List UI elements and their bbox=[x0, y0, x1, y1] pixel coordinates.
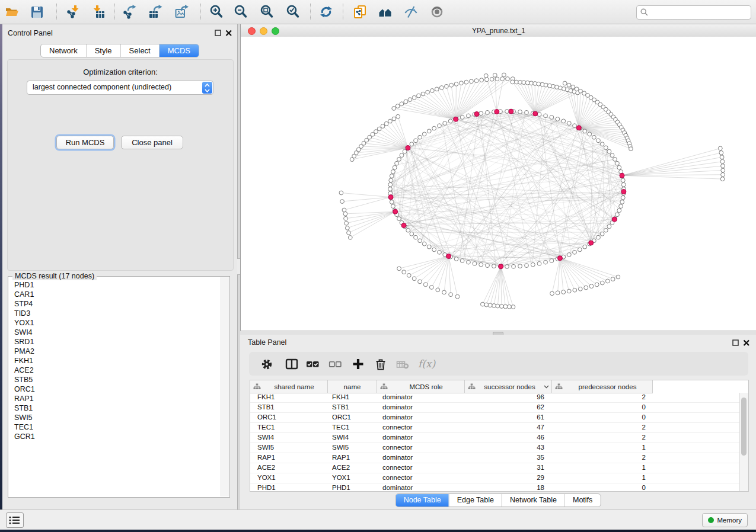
column-header-successor-nodes[interactable]: successor nodes bbox=[465, 380, 552, 393]
network-node[interactable] bbox=[720, 177, 725, 181]
close-panel-icon[interactable] bbox=[225, 28, 232, 36]
table-cell[interactable]: SWI4 bbox=[250, 433, 328, 443]
table-cell[interactable]: ORC1 bbox=[250, 413, 328, 422]
network-node[interactable] bbox=[390, 174, 394, 178]
run-mcds-button[interactable]: Run MCDS bbox=[56, 136, 114, 149]
table-cell[interactable]: 2 bbox=[552, 453, 653, 463]
table-row[interactable]: SWI5SWI5connector431 bbox=[250, 443, 740, 453]
open-file-icon[interactable] bbox=[4, 4, 20, 20]
column-header-MCDS-role[interactable]: MCDS role bbox=[377, 380, 465, 393]
network-node[interactable] bbox=[417, 94, 421, 98]
network-node[interactable] bbox=[600, 281, 604, 285]
mcds-node[interactable] bbox=[454, 117, 458, 121]
network-node[interactable] bbox=[427, 245, 431, 249]
network-node[interactable] bbox=[485, 78, 489, 82]
network-node[interactable] bbox=[374, 130, 378, 134]
mcds-result-item[interactable]: SWI5 bbox=[10, 413, 220, 422]
save-icon[interactable] bbox=[29, 4, 44, 20]
network-node[interactable] bbox=[620, 200, 624, 204]
network-node[interactable] bbox=[464, 80, 468, 84]
mcds-result-item[interactable]: STB5 bbox=[10, 375, 220, 384]
network-node[interactable] bbox=[571, 85, 575, 89]
deselect-all-icon[interactable] bbox=[328, 357, 342, 371]
table-cell[interactable]: ORC1 bbox=[328, 413, 377, 422]
network-node[interactable] bbox=[460, 259, 464, 263]
table-cell[interactable]: 1 bbox=[552, 443, 653, 453]
tab-node-table[interactable]: Node Table bbox=[396, 494, 449, 507]
network-node[interactable] bbox=[392, 107, 396, 111]
select-all-icon[interactable] bbox=[305, 357, 320, 371]
mcds-result-item[interactable]: GCR1 bbox=[10, 432, 220, 441]
mcds-result-item[interactable]: TEC1 bbox=[10, 422, 220, 432]
network-node[interactable] bbox=[567, 253, 571, 257]
table-row[interactable]: ORC1ORC1dominator610 bbox=[250, 413, 740, 423]
network-node[interactable] bbox=[518, 110, 522, 114]
close-panel-button[interactable]: Close panel bbox=[121, 136, 183, 149]
table-cell[interactable]: connector bbox=[377, 473, 465, 483]
zoom-in-icon[interactable] bbox=[209, 4, 224, 20]
destroy-table-icon[interactable] bbox=[395, 357, 410, 371]
split-view-icon[interactable] bbox=[285, 357, 299, 371]
network-node[interactable] bbox=[537, 261, 541, 265]
network-node[interactable] bbox=[611, 277, 615, 281]
network-node[interactable] bbox=[562, 119, 566, 123]
mcds-node[interactable] bbox=[612, 217, 617, 222]
network-node[interactable] bbox=[414, 139, 418, 143]
memory-button[interactable]: Memory bbox=[702, 513, 748, 527]
table-cell[interactable]: FKH1 bbox=[328, 393, 377, 402]
network-node[interactable] bbox=[533, 82, 537, 86]
table-cell[interactable]: 29 bbox=[465, 473, 552, 483]
network-node[interactable] bbox=[605, 279, 610, 283]
table-cell[interactable]: 35 bbox=[465, 453, 552, 463]
table-cell[interactable]: 1 bbox=[552, 463, 653, 473]
network-node[interactable] bbox=[342, 208, 346, 212]
table-cell[interactable]: dominator bbox=[377, 453, 465, 463]
network-node[interactable] bbox=[484, 73, 488, 78]
mcds-node[interactable] bbox=[393, 209, 398, 214]
network-node[interactable] bbox=[511, 305, 515, 309]
network-node[interactable] bbox=[443, 121, 447, 126]
network-node[interactable] bbox=[567, 121, 571, 126]
network-node[interactable] bbox=[604, 146, 608, 150]
network-node[interactable] bbox=[613, 157, 617, 161]
network-node[interactable] bbox=[502, 73, 506, 77]
network-node[interactable] bbox=[508, 305, 512, 309]
network-node[interactable] bbox=[436, 288, 440, 292]
network-node[interactable] bbox=[400, 102, 404, 106]
network-node[interactable] bbox=[410, 142, 414, 146]
network-node[interactable] bbox=[556, 291, 560, 295]
table-row[interactable]: PHD1PHD1dominator180 bbox=[250, 483, 740, 491]
network-node[interactable] bbox=[412, 277, 416, 281]
network-window-titlebar[interactable]: YPA_prune.txt_1 bbox=[241, 24, 756, 37]
network-node[interactable] bbox=[348, 236, 352, 240]
table-cell[interactable]: 46 bbox=[465, 433, 552, 443]
home-icon[interactable] bbox=[378, 4, 393, 20]
table-cell[interactable]: 43 bbox=[465, 443, 552, 453]
mcds-node[interactable] bbox=[499, 264, 503, 269]
network-node[interactable] bbox=[381, 124, 385, 129]
network-node[interactable] bbox=[514, 80, 518, 84]
column-header-predecessor-nodes[interactable]: predecessor nodes bbox=[552, 380, 653, 393]
network-node[interactable] bbox=[391, 169, 395, 174]
zoom-fit-icon[interactable] bbox=[259, 4, 275, 20]
network-node[interactable] bbox=[390, 200, 394, 204]
network-node[interactable] bbox=[388, 182, 393, 187]
import-table-icon[interactable] bbox=[91, 4, 106, 20]
network-node[interactable] bbox=[583, 129, 587, 133]
network-node[interactable] bbox=[389, 178, 393, 182]
network-node[interactable] bbox=[550, 259, 554, 263]
network-node[interactable] bbox=[721, 164, 725, 168]
network-node[interactable] bbox=[589, 284, 594, 289]
table-cell[interactable]: 2 bbox=[552, 423, 653, 432]
tab-network[interactable]: Network bbox=[41, 44, 86, 57]
mcds-result-item[interactable]: SWI4 bbox=[10, 328, 220, 337]
tab-edge-table[interactable]: Edge Table bbox=[449, 494, 502, 507]
network-node[interactable] bbox=[490, 77, 494, 81]
network-node[interactable] bbox=[474, 79, 479, 83]
export-image-icon[interactable] bbox=[174, 4, 189, 20]
network-node[interactable] bbox=[412, 95, 416, 100]
table-cell[interactable]: 0 bbox=[552, 403, 653, 412]
table-row[interactable]: YOX1YOX1connector291 bbox=[250, 473, 740, 483]
network-node[interactable] bbox=[438, 250, 442, 254]
network-node[interactable] bbox=[629, 147, 633, 151]
